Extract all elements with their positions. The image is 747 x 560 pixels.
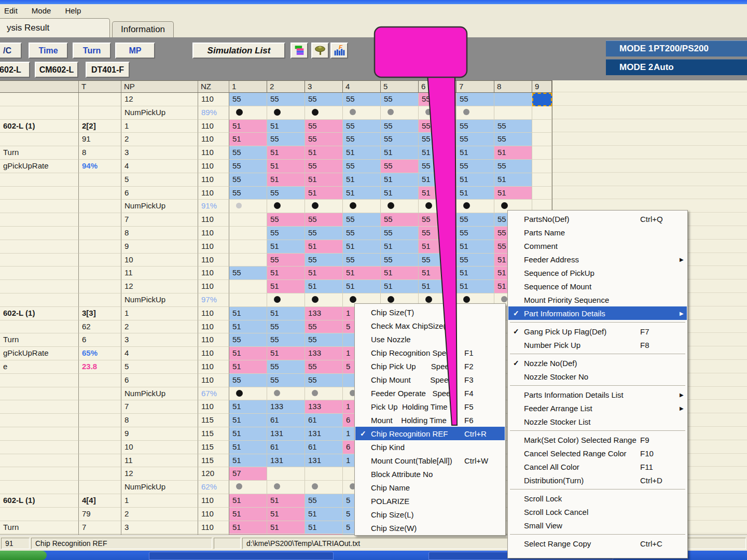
grid-cell[interactable]: 133 [305,400,343,414]
row-label[interactable]: gPickUpRate [0,347,79,360]
t-cell[interactable]: 23.8 [79,360,121,374]
grid-cell[interactable]: 55 [457,213,494,227]
t-cell[interactable] [79,467,121,481]
grid-cell[interactable] [305,481,343,494]
grid-cell[interactable]: 55 [267,133,305,146]
grid-cell[interactable]: 51 [457,280,494,293]
np-cell[interactable]: NumPickUp [121,293,198,307]
menu-item-chip-size-t[interactable]: Chip Size(T) [355,305,505,319]
nz-cell[interactable]: 110 [198,400,229,414]
grid-cell[interactable] [381,200,419,213]
nz-cell[interactable]: 110 [198,133,229,146]
row-label[interactable]: 602-L (1) [0,494,79,508]
grid-cell[interactable] [229,227,267,240]
grid-cell[interactable]: 51 [229,427,267,441]
grid-cell[interactable]: 51 [419,240,457,254]
row-label[interactable] [0,441,79,454]
menu-item-pick-up-holding-time[interactable]: Pick Up Holding TimeF5 [355,400,505,413]
grid-cell[interactable]: 51 [343,240,381,254]
grid-cell[interactable] [229,293,267,307]
grid-cell[interactable]: 55 [229,146,267,160]
menubar-help[interactable]: Help [65,6,81,15]
grid-cell[interactable] [381,106,419,120]
grid-cell[interactable] [419,106,457,120]
menu-item-feeder-operate-speed[interactable]: Feeder Operate SpeedF4 [355,386,505,400]
grid-cell[interactable]: 55 [381,227,419,240]
row-label[interactable] [0,467,79,481]
grid-cell[interactable]: 51 [267,508,305,521]
grid-cell[interactable]: 51 [305,508,343,521]
np-cell[interactable]: 3 [121,521,198,535]
grid-cell[interactable]: 51 [343,173,381,187]
start-button[interactable] [0,551,47,560]
grid-cell[interactable] [267,293,305,307]
row-label[interactable] [0,133,79,146]
grid-cell[interactable] [419,200,457,213]
menu-item-check-max-chipsize-t[interactable]: Check Max ChipSize(T) [355,319,505,332]
nz-cell[interactable]: 110 [198,494,229,508]
grid-cell[interactable]: 55 [343,120,381,133]
nz-cell[interactable]: 91% [198,200,229,213]
grid-cell[interactable]: 51 [267,120,305,133]
t-cell[interactable] [79,414,121,427]
t-cell[interactable] [79,200,121,213]
grid-cell[interactable]: 55 [305,93,343,106]
grid-cell[interactable]: 51 [419,280,457,293]
np-cell[interactable]: 2 [121,320,198,334]
grid-cell[interactable]: 55 [457,254,494,267]
nz-cell[interactable]: 110 [198,213,229,227]
np-cell[interactable]: 4 [121,347,198,360]
grid-cell[interactable] [457,200,494,213]
grid-cell[interactable]: 51 [267,347,305,360]
grid-cell[interactable]: 55 [419,93,457,106]
chart-button[interactable]: F [330,43,348,59]
grid-cell[interactable]: 51 [229,133,267,146]
row-label[interactable]: e [0,360,79,374]
column-header[interactable]: NZ [198,81,229,93]
menu-item-number-pick-up[interactable]: Number Pick UpF8 [508,338,687,352]
grid-cell[interactable]: 55 [267,187,305,200]
grid-cell[interactable] [229,481,267,494]
grid-cell[interactable] [229,240,267,254]
grid-cell[interactable]: 55 [267,374,305,387]
menu-item-feeder-address[interactable]: Feeder Address▶ [508,253,687,266]
row-label[interactable] [0,240,79,254]
grid-cell[interactable]: 131 [305,427,343,441]
menu-item-chip-recognition-speed[interactable]: Chip Recognition SpeedF1 [355,346,505,359]
nz-cell[interactable]: 115 [198,414,229,427]
grid-cell[interactable] [494,106,532,120]
nz-cell[interactable]: 115 [198,454,229,468]
np-cell[interactable]: NumPickUp [121,481,198,494]
grid-cell[interactable] [305,467,343,481]
grid-cell[interactable]: 51 [229,360,267,374]
row-label[interactable] [0,481,79,494]
grid-cell[interactable]: 131 [267,427,305,441]
grid-cell[interactable]: 57 [229,467,267,481]
menu-item-small-view[interactable]: Small View [508,519,687,532]
row-label[interactable] [0,400,79,414]
np-cell[interactable]: 10 [121,441,198,454]
grid-cell[interactable]: 55 [381,254,419,267]
t-cell[interactable]: 8 [79,146,121,160]
grid-cell[interactable]: 133 [305,307,343,320]
grid-cell[interactable]: 55 [305,374,343,387]
row-label[interactable] [0,254,79,267]
grid-cell[interactable]: 51 [343,280,381,293]
row-label[interactable] [0,213,79,227]
np-cell[interactable]: 10 [121,254,198,267]
nz-cell[interactable]: 62% [198,481,229,494]
grid-cell[interactable]: 51 [343,146,381,160]
nz-cell[interactable]: 110 [198,240,229,254]
nz-cell[interactable]: 67% [198,387,229,401]
row-label[interactable] [0,414,79,427]
grid-cell[interactable]: 55 [381,93,419,106]
grid-cell[interactable]: 51 [305,267,343,280]
grid-cell[interactable] [532,187,552,200]
grid-cell[interactable] [267,106,305,120]
grid-cell[interactable]: 51 [457,146,494,160]
grid-cell[interactable]: 51 [267,521,305,535]
grid-cell[interactable]: 51 [419,146,457,160]
menu-item-sequence-of-pickup[interactable]: Sequence of PickUp [508,266,687,279]
simulation-list-button[interactable]: Simulation List [192,43,285,59]
grid-cell[interactable]: 55 [457,120,494,133]
